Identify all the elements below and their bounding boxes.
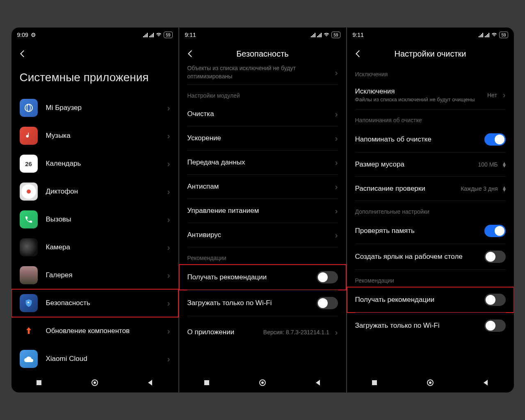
toggle-switch[interactable]: [317, 297, 338, 309]
row-label: Расписание проверки: [355, 185, 461, 193]
app-label: Вызовы: [46, 215, 164, 224]
app-label: Mi Браузер: [46, 104, 164, 112]
app-item-browser[interactable]: Mi Браузер ›: [11, 94, 178, 122]
row-value: Каждые 3 дня: [461, 185, 498, 192]
app-item-calendar[interactable]: 26 Календарь ›: [11, 150, 178, 178]
wifi-icon: [155, 32, 162, 38]
section-recommendations: Рекомендации: [347, 270, 514, 287]
status-bar: 9:11 59: [347, 27, 514, 42]
signal-icon: [485, 32, 489, 37]
app-label: Календарь: [46, 160, 164, 168]
toggle-switch[interactable]: [484, 320, 506, 332]
chevron-right-icon: ›: [167, 243, 170, 252]
module-boost[interactable]: Ускорение›: [179, 126, 346, 150]
app-label: Камера: [46, 243, 164, 251]
toggle-switch[interactable]: [484, 294, 506, 306]
back-button[interactable]: [18, 49, 27, 58]
signal-icon: [311, 32, 315, 37]
back-button[interactable]: [186, 49, 195, 58]
exclusion-info-text: Объекты из списка исключений не будут оп…: [187, 64, 335, 80]
update-icon: [20, 322, 38, 340]
app-item-music[interactable]: Музыка ›: [11, 122, 178, 150]
header-title: Настройки очистки: [363, 49, 498, 59]
toggle-shortcut[interactable]: Создать ярлык на рабочем столе: [347, 244, 514, 269]
status-time: 9:11: [353, 32, 364, 38]
app-item-security[interactable]: Безопасность ›: [11, 289, 178, 317]
app-item-calls[interactable]: Вызовы ›: [11, 205, 178, 233]
row-label: Управление питанием: [187, 207, 332, 215]
status-bar: 9:09 ⚙ 59: [11, 27, 178, 42]
nav-recents[interactable]: [33, 377, 45, 388]
signal-icon: [149, 32, 154, 37]
section-reminders: Напоминания об очистке: [347, 110, 514, 127]
nav-home[interactable]: [89, 377, 100, 388]
app-item-recorder[interactable]: Диктофон ›: [11, 178, 178, 205]
phone-screen-3: 9:11 59 Настройки очистки Исключения Иск…: [347, 27, 514, 393]
app-item-gallery[interactable]: Галерея ›: [11, 261, 178, 289]
row-label: Напоминать об очистке: [355, 135, 484, 144]
module-cleanup[interactable]: Очистка›: [179, 102, 346, 126]
toggle-switch[interactable]: [484, 251, 506, 263]
back-button[interactable]: [354, 49, 363, 58]
nav-recents[interactable]: [201, 377, 212, 388]
trash-size-row[interactable]: Размер мусора 100 МБ ▴▾: [347, 153, 514, 176]
exclusion-info-row[interactable]: Объекты из списка исключений не будут оп…: [179, 64, 346, 84]
signal-icon: [317, 32, 322, 37]
toggle-switch[interactable]: [484, 133, 506, 146]
module-power[interactable]: Управление питанием›: [179, 199, 346, 223]
svg-point-7: [261, 381, 264, 384]
app-label: Галерея: [46, 271, 164, 279]
camera-icon: [20, 238, 38, 256]
exclusions-row[interactable]: Исключения Файлы из списка исключений не…: [347, 81, 514, 109]
nav-back[interactable]: [480, 377, 492, 388]
stepper-icon: ▴▾: [503, 186, 506, 192]
chevron-right-icon: ›: [335, 158, 338, 167]
app-item-cloud[interactable]: Xiaomi Cloud ›: [11, 345, 178, 373]
svg-point-4: [94, 381, 96, 384]
battery-icon: 59: [164, 32, 172, 38]
chevron-right-icon: ›: [335, 134, 338, 143]
section-modules: Настройки модулей: [179, 85, 346, 102]
row-label: О приложении: [187, 328, 263, 336]
toggle-recommendations[interactable]: Получать рекомендации: [179, 265, 346, 290]
nav-bar: [347, 373, 514, 393]
nav-home[interactable]: [257, 377, 268, 388]
chevron-right-icon: ›: [167, 159, 170, 169]
module-data[interactable]: Передача данных›: [179, 151, 346, 174]
shield-icon: [20, 294, 38, 312]
recorder-icon: [20, 183, 38, 201]
browser-icon: [20, 99, 38, 117]
svg-point-10: [429, 381, 431, 384]
app-item-updater[interactable]: Обновление компонентов ›: [11, 317, 178, 345]
module-antispam[interactable]: Антиспам›: [179, 175, 346, 199]
row-label: Исключения: [355, 87, 487, 96]
phone-screen-1: 9:09 ⚙ 59 Системные приложения Mi Браузе…: [11, 27, 178, 393]
nav-back[interactable]: [313, 377, 324, 388]
chevron-right-icon: ›: [335, 206, 338, 216]
toggle-remind[interactable]: Напоминать об очистке: [347, 127, 514, 152]
app-list: Mi Браузер › Музыка › 26 Календарь › Дик…: [11, 94, 178, 373]
nav-home[interactable]: [425, 377, 436, 388]
nav-recents[interactable]: [369, 377, 380, 388]
chevron-right-icon: ›: [167, 271, 170, 280]
chevron-right-icon: ›: [503, 90, 506, 100]
toggle-check-memory[interactable]: Проверять память: [347, 218, 514, 244]
app-item-camera[interactable]: Камера ›: [11, 233, 178, 261]
chevron-right-icon: ›: [335, 328, 338, 337]
battery-icon: 59: [499, 32, 508, 38]
toggle-wifi-only[interactable]: Загружать только по Wi-Fi: [347, 313, 514, 338]
chevron-right-icon: ›: [167, 187, 170, 196]
toggle-switch[interactable]: [317, 271, 338, 283]
header: Безопасность: [179, 42, 346, 64]
toggle-switch[interactable]: [484, 225, 506, 237]
svg-rect-2: [37, 380, 41, 385]
module-antivirus[interactable]: Антивирус›: [179, 223, 346, 247]
schedule-row[interactable]: Расписание проверки Каждые 3 дня ▴▾: [347, 177, 514, 201]
toggle-recommendations[interactable]: Получать рекомендации: [347, 287, 514, 313]
about-row[interactable]: О приложении Версия: 8.7.3-231214.1.1 ›: [179, 320, 346, 344]
nav-back[interactable]: [145, 377, 156, 388]
svg-point-0: [25, 104, 32, 112]
cloud-icon: [20, 350, 38, 368]
music-icon: [20, 127, 38, 145]
toggle-wifi-only[interactable]: Загружать только по Wi-Fi: [179, 290, 346, 316]
